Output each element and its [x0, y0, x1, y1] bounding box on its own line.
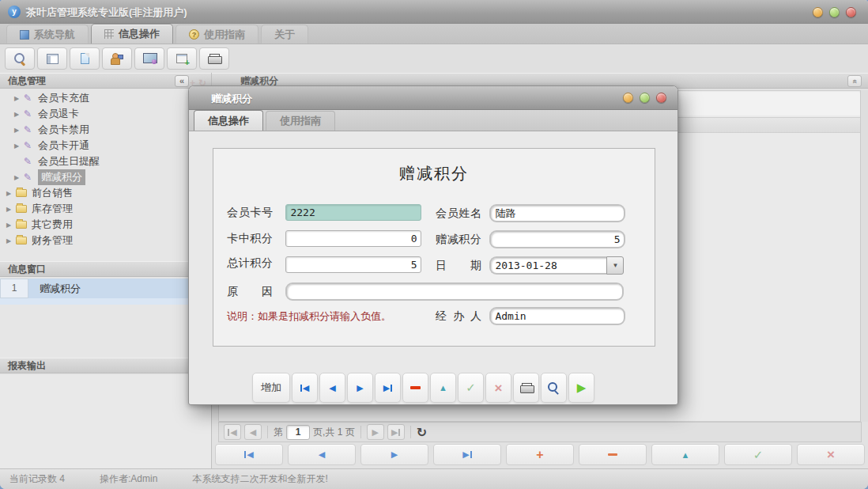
first-record-icon: ◀: [244, 450, 253, 459]
form-view-button[interactable]: [37, 47, 67, 70]
dialog-tab-info-operation[interactable]: 信息操作: [194, 110, 263, 131]
tree-item-other-fees[interactable]: ▶其它费用: [0, 217, 211, 233]
member-name-input[interactable]: [489, 204, 625, 222]
delta-points-input[interactable]: [489, 230, 625, 248]
search-button[interactable]: [5, 47, 35, 70]
expand-arrow-icon[interactable]: ▶: [5, 237, 13, 244]
record-last-button[interactable]: ▶: [433, 444, 501, 465]
tree-item-card-return[interactable]: ▶✎会员退卡: [0, 106, 211, 122]
minimize-button[interactable]: [813, 7, 823, 17]
record-edit-button[interactable]: ▲: [651, 444, 719, 465]
operator-input[interactable]: [489, 307, 625, 325]
tab-label: 使用指南: [204, 28, 245, 42]
print-record-button[interactable]: [513, 373, 539, 403]
save-button[interactable]: ✓: [458, 373, 484, 403]
tab-info-operation[interactable]: 信息操作: [91, 24, 173, 44]
maximize-button[interactable]: [829, 7, 840, 17]
expand-arrow-icon[interactable]: ▶: [5, 206, 13, 213]
operator-report-button[interactable]: [102, 47, 132, 70]
record-next-button[interactable]: ▶: [360, 444, 428, 465]
cancel-x-icon: ×: [495, 381, 503, 395]
expand-arrow-icon[interactable]: ▶: [13, 95, 21, 102]
close-button[interactable]: [846, 7, 856, 17]
record-confirm-button[interactable]: ✓: [724, 444, 792, 465]
card-no-input[interactable]: [285, 204, 421, 221]
date-combo: ▼: [489, 256, 624, 275]
form-row-operator: 经 办 人: [436, 307, 625, 324]
dialog-minimize-button[interactable]: [623, 93, 633, 103]
vertical-scrollbar[interactable]: [860, 90, 868, 422]
expand-arrow-icon[interactable]: ▶: [13, 111, 21, 118]
tree-item-inventory[interactable]: ▶库存管理: [0, 201, 211, 217]
date-input[interactable]: [489, 256, 606, 275]
tree-item-birthday-reminder[interactable]: ✎会员生日提醒: [0, 154, 211, 169]
total-points-input[interactable]: [285, 256, 421, 273]
page-last-button[interactable]: ▶: [387, 424, 405, 440]
divider: [360, 426, 361, 438]
print-preview-button[interactable]: [541, 373, 567, 403]
tree-item-finance[interactable]: ▶财务管理: [0, 233, 211, 248]
edit-button[interactable]: ▲: [430, 373, 456, 403]
page-prev-button[interactable]: ◀: [244, 424, 262, 440]
delete-icon: [410, 386, 421, 389]
tree-item-points-adjust[interactable]: ▶✎赠减积分: [0, 169, 211, 185]
panel-collapse-button[interactable]: «: [847, 75, 862, 87]
page-first-button[interactable]: ◀: [224, 424, 241, 440]
first-record-icon: ◀: [300, 384, 309, 392]
tree-item-front-sales[interactable]: ▶前台销售: [0, 185, 211, 201]
date-dropdown-button[interactable]: ▼: [606, 256, 624, 275]
execute-button[interactable]: ▶: [568, 373, 594, 403]
page-number-input[interactable]: [286, 425, 310, 440]
tree-item-card-disable[interactable]: ▶✎会员卡禁用: [0, 122, 211, 138]
card-points-input[interactable]: [285, 230, 421, 247]
next-record-icon: ▶: [391, 450, 398, 459]
dialog-tab-user-guide[interactable]: 使用指南: [266, 111, 335, 131]
dialog-close-button[interactable]: [656, 93, 666, 103]
cancel-button[interactable]: ×: [485, 373, 511, 403]
new-document-button[interactable]: [70, 47, 100, 70]
add-icon: +: [536, 449, 543, 461]
tree-item-card-recharge[interactable]: ▶✎会员卡充值: [0, 90, 211, 106]
sidebar-header-report-output: 报表输出: [0, 358, 211, 373]
info-window-row[interactable]: 1 赠减积分: [0, 279, 211, 298]
expand-arrow-icon[interactable]: ▶: [13, 174, 21, 181]
remote-monitor-button[interactable]: [134, 47, 164, 70]
prev-button[interactable]: ◀: [319, 373, 345, 403]
tree-item-label: 会员退卡: [38, 107, 79, 121]
new-window-button[interactable]: [167, 47, 197, 70]
folder-icon: [16, 237, 27, 244]
tree-item-card-enable[interactable]: ▶✎会员卡开通: [0, 138, 211, 154]
record-delete-button[interactable]: [579, 444, 647, 465]
record-add-button[interactable]: +: [506, 444, 574, 465]
tool-icon: ✎: [24, 125, 34, 135]
status-bar: 当前记录数 4 操作者:Admin 本系统支持二次开发和全新开发!: [0, 468, 868, 489]
expand-arrow-icon[interactable]: ▶: [5, 190, 13, 197]
record-first-button[interactable]: ◀: [215, 444, 283, 465]
refresh-icon[interactable]: ↻: [417, 425, 427, 440]
dialog-title-bar[interactable]: 赠减积分: [189, 86, 677, 110]
expand-arrow-icon[interactable]: ▶: [13, 142, 21, 150]
next-button[interactable]: ▶: [347, 373, 373, 403]
first-button[interactable]: ◀: [292, 373, 318, 403]
expand-arrow-icon[interactable]: ▶: [5, 222, 13, 229]
reason-input[interactable]: [285, 282, 624, 301]
form-row-delta-points: 赠减积分: [436, 230, 625, 248]
run-icon: ▶: [577, 381, 587, 395]
record-prev-button[interactable]: ◀: [288, 444, 356, 465]
delta-points-label: 赠减积分: [436, 233, 481, 247]
print-button[interactable]: [199, 47, 229, 70]
tab-user-guide[interactable]: ? 使用指南: [175, 25, 259, 44]
dialog-maximize-button[interactable]: [640, 93, 650, 103]
page-next-button[interactable]: ▶: [367, 424, 384, 440]
dialog-form-panel: 赠减积分 会员卡号 会员姓名 卡中积分 赠减积分 总计积分: [213, 148, 655, 347]
tab-about[interactable]: 关于: [261, 25, 308, 44]
record-cancel-button[interactable]: ×: [797, 444, 865, 465]
expand-arrow-icon[interactable]: ▶: [13, 127, 21, 134]
delete-button[interactable]: [402, 373, 428, 403]
tree-item-label-selected: 赠减积分: [38, 169, 85, 185]
add-record-button[interactable]: 增加: [252, 373, 290, 403]
sidebar-collapse-button[interactable]: «: [175, 75, 189, 87]
last-button[interactable]: ▶: [375, 373, 401, 403]
tab-system-nav[interactable]: 系统导航: [6, 25, 89, 44]
divider: [267, 426, 268, 438]
